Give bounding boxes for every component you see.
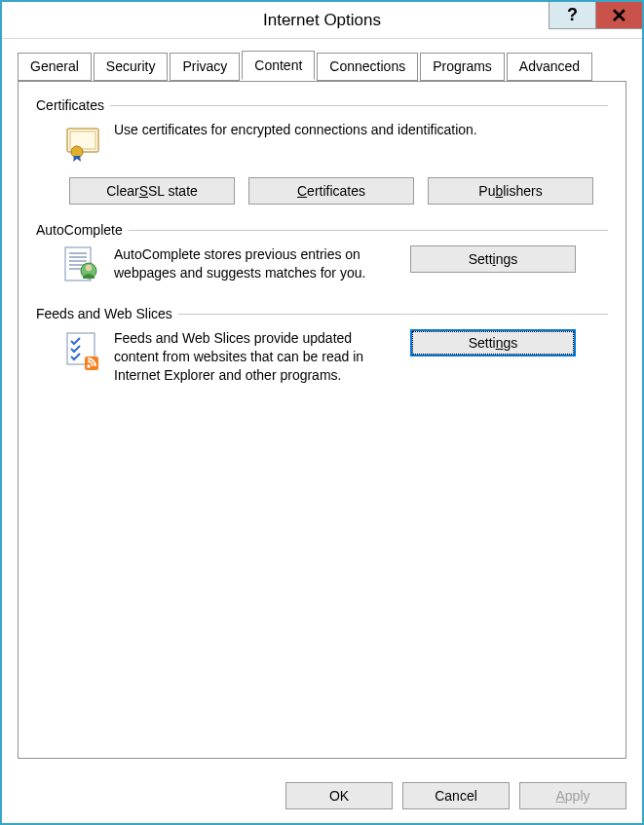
- tab-panel-content: Certificates Use certifi: [18, 81, 626, 759]
- divider: [129, 230, 608, 231]
- group-header-autocomplete: AutoComplete: [36, 222, 608, 238]
- svg-point-13: [87, 364, 91, 368]
- internet-options-window: Internet Options ? ✕ General Security Pr…: [0, 0, 644, 825]
- certificates-button[interactable]: Certificates: [248, 177, 414, 205]
- tab-advanced[interactable]: Advanced: [507, 53, 592, 81]
- feeds-icon: [61, 329, 104, 372]
- clear-ssl-state-button[interactable]: Clear SSL state: [69, 177, 235, 205]
- help-icon: ?: [567, 5, 578, 25]
- group-label: Feeds and Web Slices: [36, 306, 172, 321]
- divider: [110, 105, 608, 106]
- autocomplete-description: AutoComplete stores previous entries on …: [114, 245, 387, 282]
- group-label: Certificates: [36, 97, 104, 113]
- certificate-icon: [61, 121, 104, 164]
- group-label: AutoComplete: [36, 222, 123, 238]
- publishers-button[interactable]: Publishers: [428, 177, 593, 205]
- group-certificates: Certificates Use certifi: [36, 97, 608, 205]
- group-header-certificates: Certificates: [36, 97, 608, 113]
- autocomplete-icon: [61, 245, 104, 288]
- feeds-settings-button[interactable]: Settings: [410, 329, 576, 356]
- feeds-description: Feeds and Web Slices provide updated con…: [114, 329, 387, 385]
- dialog-footer: OK Cancel Apply: [2, 770, 642, 823]
- tab-programs[interactable]: Programs: [420, 53, 505, 81]
- close-button[interactable]: ✕: [595, 2, 642, 29]
- dialog-body: General Security Privacy Content Connect…: [2, 39, 642, 770]
- apply-button[interactable]: Apply: [519, 782, 626, 809]
- divider: [178, 314, 608, 315]
- ok-button[interactable]: OK: [285, 782, 393, 809]
- certificates-description: Use certificates for encrypted connectio…: [114, 121, 608, 139]
- tab-privacy[interactable]: Privacy: [170, 53, 240, 81]
- window-title: Internet Options: [263, 11, 381, 30]
- tab-general[interactable]: General: [18, 53, 92, 81]
- tab-strip: General Security Privacy Content Connect…: [18, 53, 626, 81]
- tab-connections[interactable]: Connections: [317, 53, 418, 81]
- titlebar-controls: ? ✕: [549, 2, 642, 38]
- tab-security[interactable]: Security: [94, 53, 169, 81]
- close-icon: ✕: [611, 4, 627, 27]
- help-button[interactable]: ?: [549, 2, 595, 29]
- group-autocomplete: AutoComplete: [36, 222, 608, 288]
- tab-content[interactable]: Content: [242, 51, 315, 80]
- autocomplete-settings-button[interactable]: Settings: [410, 245, 576, 273]
- group-feeds: Feeds and Web Slices: [36, 306, 608, 385]
- svg-point-10: [86, 265, 92, 271]
- cancel-button[interactable]: Cancel: [402, 782, 510, 809]
- group-header-feeds: Feeds and Web Slices: [36, 306, 608, 321]
- titlebar: Internet Options ? ✕: [2, 2, 642, 39]
